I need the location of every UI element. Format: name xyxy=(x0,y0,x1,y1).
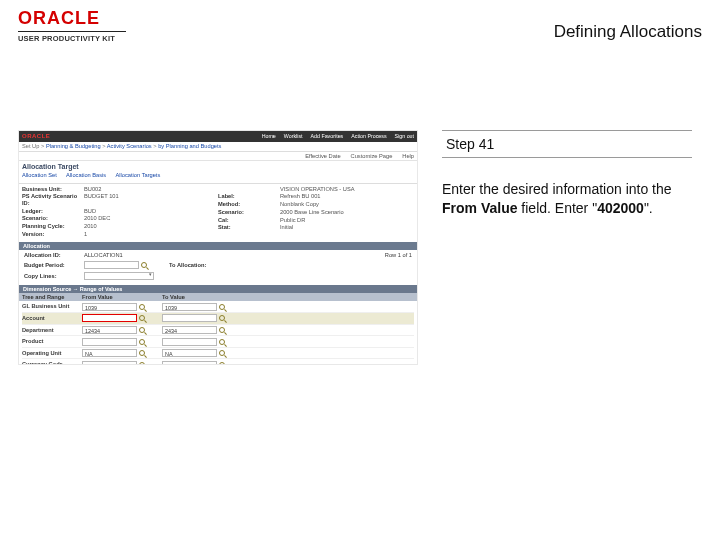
instr-seg: field. Enter " xyxy=(517,200,597,216)
instruction-text: Enter the desired information into the F… xyxy=(442,180,692,218)
grid-row-name: Currency Code xyxy=(22,361,82,365)
info-value: 2000 Base Line Scenario xyxy=(280,209,344,216)
info-value: VISION OPERATIONS - USA xyxy=(280,186,354,193)
input-budget-period[interactable] xyxy=(84,261,139,269)
instr-field-name: From Value xyxy=(442,200,517,216)
value-allocation-id: ALLOCATION1 xyxy=(84,252,123,259)
page-header: ORACLE USER PRODUCTIVITY KIT Defining Al… xyxy=(0,0,720,60)
info-label: Scenario: xyxy=(218,209,280,216)
info-value: Initial xyxy=(280,224,293,231)
instr-value: 402000 xyxy=(597,200,644,216)
to-value-input[interactable]: USD xyxy=(162,361,217,365)
sublink[interactable]: Allocation Targets xyxy=(116,172,161,178)
info-label: Business Unit: xyxy=(22,186,84,193)
logo-oracle: ORACLE xyxy=(18,8,126,29)
label-to-allocation: To Allocation: xyxy=(169,262,225,269)
topmenu-item[interactable]: Action Process xyxy=(351,133,386,139)
info-label: Label: xyxy=(218,193,280,200)
lookup-icon[interactable] xyxy=(139,315,145,321)
grid-row: Account xyxy=(22,313,414,325)
lookup-icon[interactable] xyxy=(139,304,145,310)
info-columns: Business Unit:BU002PS Activity Scenario … xyxy=(19,186,417,239)
lookup-icon[interactable] xyxy=(139,339,145,345)
to-value-input[interactable]: 1039 xyxy=(162,303,217,311)
info-value: BUDGET 101 xyxy=(84,193,119,206)
lookup-icon[interactable] xyxy=(219,327,225,333)
instruction-panel: Step 41 Enter the desired information in… xyxy=(442,130,692,218)
topmenu-item[interactable]: Add Favorites xyxy=(311,133,344,139)
info-label: Version: xyxy=(22,231,84,238)
label-copy-lines: Copy Lines: xyxy=(24,273,84,280)
grid-row: Currency CodeUSDUSD xyxy=(22,359,414,365)
label-budget-period: Budget Period: xyxy=(24,262,84,269)
lookup-icon[interactable] xyxy=(219,304,225,310)
sublink[interactable]: Allocation Basis xyxy=(66,172,106,178)
toolbar-item[interactable]: Help xyxy=(402,153,414,160)
logo-subtitle: USER PRODUCTIVITY KIT xyxy=(18,31,126,43)
col-from-value: From Value xyxy=(82,294,162,301)
info-value: Nonblank Copy xyxy=(280,201,319,208)
info-value: Public DR xyxy=(280,217,305,224)
breadcrumb: Set Up > Planning & Budgeting > Activity… xyxy=(19,142,417,152)
breadcrumb-text: Set Up > xyxy=(22,143,44,149)
to-value-input[interactable] xyxy=(162,314,217,322)
grid-row-name: GL Business Unit xyxy=(22,303,82,310)
doc-title: Defining Allocations xyxy=(554,22,702,42)
breadcrumb-link[interactable]: Activity Scenarios xyxy=(107,143,152,149)
section-range: Dimension Source → Range of Values xyxy=(19,285,417,293)
info-label: Ledger: xyxy=(22,208,84,215)
from-value-input[interactable]: NA xyxy=(82,349,137,357)
lookup-icon[interactable] xyxy=(219,362,225,365)
breadcrumb-link[interactable]: Planning & Budgeting xyxy=(46,143,101,149)
lookup-icon[interactable] xyxy=(139,362,145,365)
section-allocation: Allocation xyxy=(19,242,417,250)
to-value-input[interactable]: NA xyxy=(162,349,217,357)
shot-topmenu: Home Worklist Add Favorites Action Proce… xyxy=(262,133,414,139)
lookup-icon[interactable] xyxy=(141,262,147,268)
select-copy-lines[interactable] xyxy=(84,272,154,280)
info-value: BUD xyxy=(84,208,96,215)
info-label: Scenario: xyxy=(22,215,84,222)
to-value-input[interactable]: 2434 xyxy=(162,326,217,334)
topmenu-item[interactable]: Worklist xyxy=(284,133,303,139)
info-label: Stat: xyxy=(218,224,280,231)
info-value: 2010 DEC xyxy=(84,215,110,222)
toolbar-item[interactable]: Customize Page xyxy=(351,153,393,160)
row-count: Row 1 of 1 xyxy=(385,252,412,259)
lookup-icon[interactable] xyxy=(219,350,225,356)
shot-topbar: ORACLE Home Worklist Add Favorites Actio… xyxy=(19,131,417,142)
from-value-input[interactable]: USD xyxy=(82,361,137,365)
shot-toolbar: Effective Date Customize Page Help xyxy=(19,152,417,162)
grid-head: Tree and Range From Value To Value xyxy=(19,293,417,302)
breadcrumb-link[interactable]: by Planning and Budgets xyxy=(158,143,221,149)
info-value: BU002 xyxy=(84,186,101,193)
to-value-input[interactable] xyxy=(162,338,217,346)
lookup-icon[interactable] xyxy=(139,350,145,356)
grid-row: Department124342434 xyxy=(22,325,414,337)
sublink[interactable]: Allocation Set xyxy=(22,172,57,178)
from-value-input[interactable] xyxy=(82,314,137,322)
app-screenshot: ORACLE Home Worklist Add Favorites Actio… xyxy=(18,130,418,365)
lookup-icon[interactable] xyxy=(139,327,145,333)
lookup-icon[interactable] xyxy=(219,339,225,345)
label-allocation-id: Allocation ID: xyxy=(24,252,84,259)
topmenu-item[interactable]: Sign out xyxy=(395,133,414,139)
info-value: 2010 xyxy=(84,223,97,230)
from-value-input[interactable] xyxy=(82,338,137,346)
from-value-input[interactable]: 1039 xyxy=(82,303,137,311)
grid-row-name: Department xyxy=(22,327,82,334)
topmenu-item[interactable]: Home xyxy=(262,133,276,139)
info-label xyxy=(218,186,280,193)
from-value-input[interactable]: 12434 xyxy=(82,326,137,334)
grid-body: GL Business Unit10391039AccountDepartmen… xyxy=(19,301,417,365)
lookup-icon[interactable] xyxy=(219,315,225,321)
info-label: Cal: xyxy=(218,217,280,224)
info-value: 1 xyxy=(84,231,87,238)
info-label: Method: xyxy=(218,201,280,208)
grid-row-name: Account xyxy=(22,315,82,322)
step-label: Step 41 xyxy=(442,130,692,158)
grid-row: Operating UnitNANA xyxy=(22,348,414,360)
grid-row: Product xyxy=(22,336,414,348)
shot-brand: ORACLE xyxy=(22,133,50,140)
toolbar-item[interactable]: Effective Date xyxy=(305,153,340,160)
